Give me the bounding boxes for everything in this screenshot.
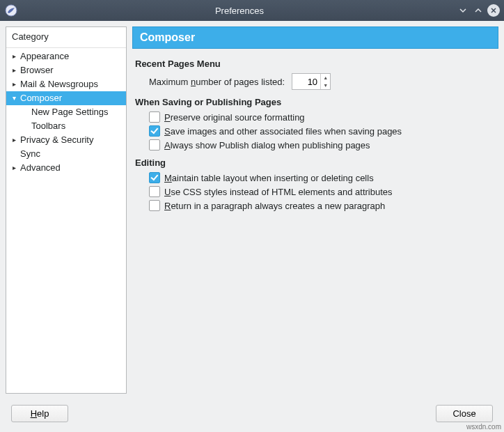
return-paragraph-checkbox[interactable] (149, 200, 160, 211)
tree-item-label: Privacy & Security (20, 134, 93, 146)
spinner-up-icon[interactable]: ▲ (321, 74, 330, 82)
tree-item-toolbars[interactable]: Toolbars (6, 119, 126, 133)
use-css-label: Use CSS styles instead of HTML elements … (164, 187, 393, 197)
section-editing: Editing (135, 157, 496, 168)
category-tree: ▸Appearance▸Browser▸Mail & Newsgroups▾Co… (6, 48, 126, 176)
chevron-right-icon: ▸ (10, 50, 17, 63)
use-css-checkbox[interactable] (149, 186, 160, 197)
chevron-right-icon: ▸ (10, 64, 17, 77)
preserve-formatting-checkbox[interactable] (149, 111, 160, 123)
window-title: Preferences (22, 6, 457, 16)
max-pages-field[interactable]: ▲ ▼ (292, 73, 331, 90)
tree-item-label: Sync (20, 148, 40, 160)
watermark: wsxdn.com (466, 423, 501, 431)
tree-item-label: Advanced (20, 162, 61, 174)
tree-item-privacy-security[interactable]: ▸Privacy & Security (6, 133, 126, 147)
publish-dialog-checkbox[interactable] (149, 139, 160, 151)
max-pages-input[interactable] (292, 74, 320, 89)
maximize-button[interactable] (472, 4, 485, 17)
tree-item-label: Appearance (20, 50, 69, 63)
tree-item-browser[interactable]: ▸Browser (6, 63, 126, 77)
button-bar: Help Close (0, 399, 504, 432)
chevron-down-icon: ▾ (10, 92, 17, 105)
chevron-right-icon: ▸ (10, 134, 17, 146)
preserve-formatting-label: Preserve original source formatting (164, 112, 305, 123)
titlebar: Preferences (0, 0, 504, 21)
pane-title: Composer (132, 26, 498, 49)
tree-item-sync[interactable]: Sync (6, 147, 126, 161)
tree-item-label: Composer (20, 92, 62, 105)
maintain-table-checkbox[interactable] (149, 172, 160, 183)
tree-item-mail-newsgroups[interactable]: ▸Mail & Newsgroups (6, 77, 126, 91)
tree-item-advanced[interactable]: ▸Advanced (6, 161, 126, 175)
publish-dialog-label: Always show Publish dialog when publishi… (164, 140, 370, 151)
spinner-down-icon[interactable]: ▼ (321, 82, 330, 89)
category-sidebar: Category ▸Appearance▸Browser▸Mail & News… (6, 26, 127, 394)
return-paragraph-label: Return in a paragraph always creates a n… (164, 201, 385, 211)
chevron-right-icon: ▸ (10, 162, 17, 174)
section-saving: When Saving or Publishing Pages (135, 97, 496, 107)
app-icon (4, 3, 18, 17)
close-window-button[interactable] (487, 4, 500, 17)
section-recent-pages: Recent Pages Menu (135, 59, 496, 69)
help-button[interactable]: Help (11, 405, 68, 422)
content: Category ▸Appearance▸Browser▸Mail & News… (0, 21, 504, 399)
minimize-button[interactable] (457, 4, 469, 17)
tree-item-composer[interactable]: ▾Composer (6, 91, 126, 105)
tree-item-label: New Page Settings (31, 106, 109, 118)
tree-item-new-page-settings[interactable]: New Page Settings (6, 105, 126, 119)
tree-item-label: Browser (20, 64, 54, 77)
tree-item-label: Mail & Newsgroups (20, 78, 98, 91)
chevron-right-icon: ▸ (10, 78, 17, 91)
close-button[interactable]: Close (436, 405, 493, 422)
save-images-checkbox[interactable] (149, 125, 160, 137)
max-pages-label: Maximum number of pages listed: (149, 77, 285, 87)
maintain-table-label: Maintain table layout when inserting or … (164, 173, 374, 183)
tree-item-label: Toolbars (31, 120, 65, 132)
settings-pane: Composer Recent Pages Menu Maximum numbe… (132, 26, 498, 394)
tree-item-appearance[interactable]: ▸Appearance (6, 49, 126, 63)
sidebar-header: Category (6, 27, 126, 48)
save-images-label: Save images and other associated files w… (164, 126, 402, 137)
